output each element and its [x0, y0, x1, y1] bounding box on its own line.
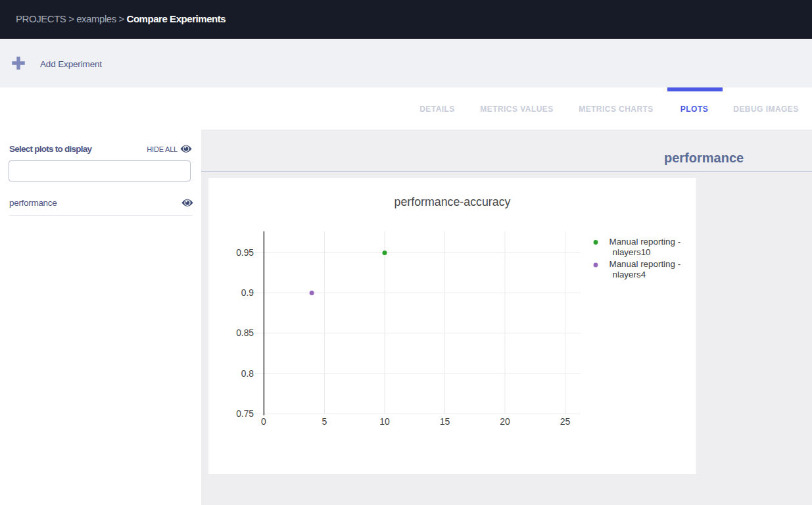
svg-text:10: 10: [379, 416, 390, 427]
svg-text:nlayers4: nlayers4: [613, 270, 646, 279]
svg-text:0.95: 0.95: [236, 248, 254, 258]
svg-text:Manual reporting -: Manual reporting -: [609, 259, 681, 269]
svg-text:performance-accuracy: performance-accuracy: [394, 195, 511, 208]
svg-text:25: 25: [560, 416, 571, 427]
svg-text:0.8: 0.8: [241, 369, 254, 379]
svg-text:0.75: 0.75: [236, 409, 254, 419]
svg-text:20: 20: [500, 416, 510, 427]
svg-text:0.85: 0.85: [236, 328, 254, 338]
svg-text:15: 15: [440, 416, 450, 427]
svg-text:Manual reporting -: Manual reporting -: [609, 237, 681, 247]
svg-text:5: 5: [322, 416, 327, 427]
svg-text:0.9: 0.9: [241, 288, 254, 298]
svg-text:nlayers10: nlayers10: [613, 247, 651, 257]
svg-text:0: 0: [261, 416, 266, 427]
